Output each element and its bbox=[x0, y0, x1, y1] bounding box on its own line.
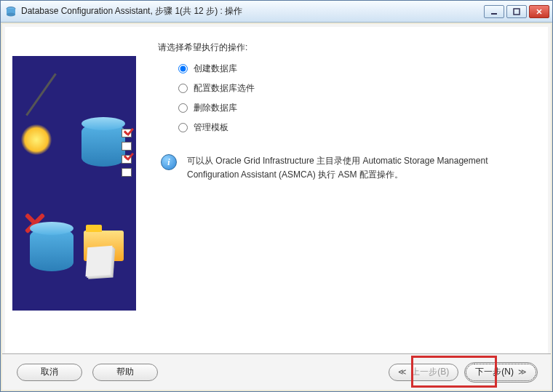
app-window: Database Configuration Assistant, 步骤 1(共… bbox=[0, 0, 553, 392]
titlebar: Database Configuration Assistant, 步骤 1(共… bbox=[1, 1, 552, 23]
wizard-button-bar: 取消 帮助 ≪ 上一步(B) 下一步(N) ≫ bbox=[2, 353, 551, 390]
cancel-button[interactable]: 取消 bbox=[17, 364, 82, 381]
info-text: 可以从 Oracle Grid Infrastructure 主目录使用 Aut… bbox=[187, 154, 526, 182]
checkbox-icon bbox=[122, 142, 132, 151]
help-button[interactable]: 帮助 bbox=[92, 364, 158, 381]
radio-label: 删除数据库 bbox=[194, 102, 237, 114]
check-icon bbox=[122, 129, 135, 139]
radio-input-configure[interactable] bbox=[178, 84, 188, 93]
radio-manage-templates[interactable]: 管理模板 bbox=[178, 121, 526, 134]
button-label: 帮助 bbox=[116, 366, 134, 378]
database-icon bbox=[81, 123, 125, 167]
info-glyph: i bbox=[167, 157, 170, 168]
radio-input-manage[interactable] bbox=[178, 123, 188, 132]
minimize-button[interactable] bbox=[484, 5, 504, 18]
svg-point-2 bbox=[7, 12, 15, 16]
prompt-label: 请选择希望执行的操作: bbox=[158, 41, 526, 54]
radio-label: 配置数据库选件 bbox=[194, 82, 255, 95]
svg-rect-3 bbox=[491, 13, 497, 15]
close-button[interactable] bbox=[529, 5, 549, 18]
back-button[interactable]: ≪ 上一步(B) bbox=[389, 364, 458, 381]
main-panel: 请选择希望执行的操作: 创建数据库 配置数据库选件 删除数据库 管理模板 bbox=[136, 27, 548, 353]
wizard-sidebar-image bbox=[12, 56, 136, 311]
radio-input-create[interactable] bbox=[178, 64, 188, 73]
star-icon bbox=[18, 121, 55, 158]
chevron-left-icon: ≪ bbox=[398, 367, 407, 377]
wand-icon bbox=[25, 73, 57, 116]
button-label: 下一步(N) bbox=[475, 366, 514, 378]
info-icon: i bbox=[161, 154, 177, 170]
info-panel: i 可以从 Oracle Grid Infrastructure 主目录使用 A… bbox=[161, 154, 526, 182]
documents-icon bbox=[85, 246, 112, 276]
radio-configure-options[interactable]: 配置数据库选件 bbox=[178, 82, 526, 95]
operation-radio-group: 创建数据库 配置数据库选件 删除数据库 管理模板 bbox=[178, 63, 526, 134]
radio-create-database[interactable]: 创建数据库 bbox=[178, 63, 526, 75]
button-label: 上一步(B) bbox=[411, 366, 449, 378]
next-button[interactable]: 下一步(N) ≫ bbox=[466, 364, 536, 381]
checkbox-icon bbox=[122, 168, 132, 177]
app-icon bbox=[5, 6, 17, 17]
button-label: 取消 bbox=[41, 366, 58, 378]
window-title: Database Configuration Assistant, 步骤 1(共… bbox=[21, 5, 484, 17]
database-icon bbox=[30, 228, 73, 271]
svg-rect-4 bbox=[514, 9, 520, 15]
radio-delete-database[interactable]: 删除数据库 bbox=[178, 102, 526, 114]
window-controls bbox=[484, 5, 549, 18]
radio-label: 管理模板 bbox=[194, 121, 228, 134]
maximize-button[interactable] bbox=[506, 5, 527, 18]
radio-input-delete[interactable] bbox=[178, 103, 188, 113]
content-area: 请选择希望执行的操作: 创建数据库 配置数据库选件 删除数据库 管理模板 bbox=[2, 24, 551, 353]
chevron-right-icon: ≫ bbox=[518, 367, 527, 377]
radio-label: 创建数据库 bbox=[194, 63, 237, 75]
check-icon bbox=[122, 153, 135, 164]
